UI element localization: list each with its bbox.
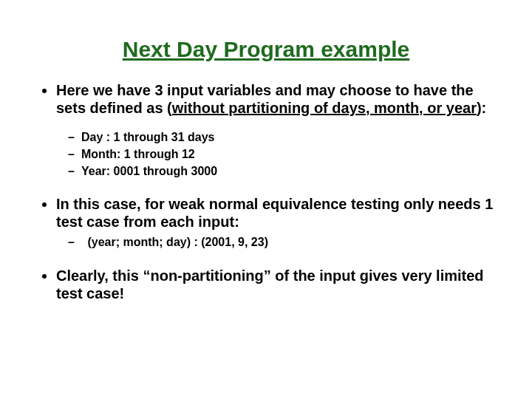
slide: Next Day Program example Here we have 3 …: [0, 0, 532, 399]
title-part2: example: [321, 37, 409, 61]
bullet-1-sub-day: Day : 1 through 31 days: [81, 130, 502, 146]
bullet-2-text: In this case, for weak normal equivalenc…: [56, 196, 493, 230]
bullet-1-sub-year: Year: 0001 through 3000: [81, 164, 502, 180]
bullet-2: In this case, for weak normal equivalenc…: [56, 195, 502, 250]
bullet-2-sub-tuple: (year; month; day) : (2001, 9, 23): [81, 235, 502, 250]
title-part1: Next Day Program: [123, 37, 321, 61]
bullet-3: Clearly, this “non-partitioning” of the …: [56, 267, 502, 302]
bullet-1-post: ):: [477, 100, 486, 116]
bullet-1-subs: Day : 1 through 31 days Month: 1 through…: [56, 130, 502, 179]
bullet-3-text: Clearly, this “non-partitioning” of the …: [56, 267, 484, 301]
bullet-1: Here we have 3 input variables and may c…: [56, 81, 502, 179]
bullet-1-under: without partitioning of days, month, or …: [172, 100, 477, 116]
bullet-1-text: Here we have 3 input variables and may c…: [56, 82, 486, 116]
bullet-2-subs: (year; month; day) : (2001, 9, 23): [56, 235, 502, 250]
bullet-list: Here we have 3 input variables and may c…: [30, 81, 502, 302]
slide-title: Next Day Program example: [30, 37, 502, 62]
bullet-1-sub-month: Month: 1 through 12: [81, 147, 502, 163]
